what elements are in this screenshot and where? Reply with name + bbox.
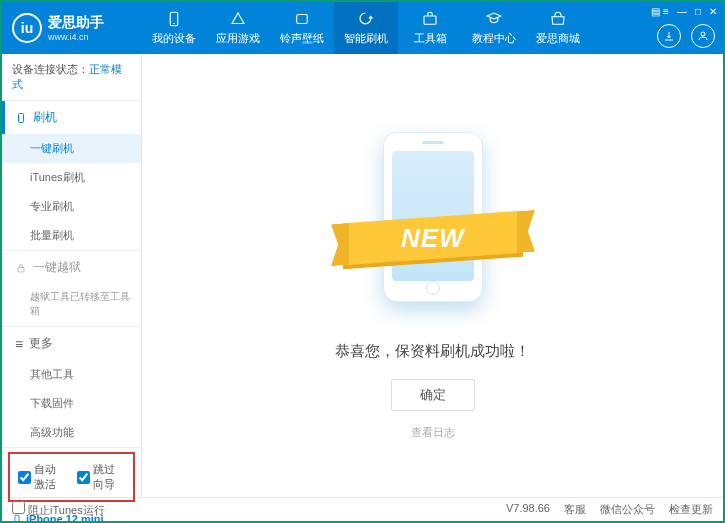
nav-tabs: 我的设备 应用游戏 铃声壁纸 智能刷机 工具箱 教程中心 爱思商城 — [142, 2, 723, 54]
sidebar: 设备连接状态：正常模式 刷机 一键刷机 iTunes刷机 专业刷机 批量刷机 一… — [2, 54, 142, 497]
checkbox-block-itunes[interactable]: 阻止iTunes运行 — [12, 501, 105, 518]
phone-icon — [15, 112, 27, 124]
success-message: 恭喜您，保资料刷机成功啦！ — [335, 342, 530, 361]
sidebar-item-itunes[interactable]: iTunes刷机 — [2, 163, 141, 192]
minimize-icon[interactable]: — — [677, 6, 687, 17]
jailbreak-note: 越狱工具已转移至工具箱 — [2, 284, 141, 326]
nav-my-device[interactable]: 我的设备 — [142, 2, 206, 54]
user-icon[interactable] — [691, 24, 715, 48]
logo-area: iu 爱思助手 www.i4.cn — [2, 13, 142, 43]
sidebar-item-advanced[interactable]: 高级功能 — [2, 418, 141, 447]
maximize-icon[interactable]: □ — [695, 6, 701, 17]
version-label: V7.98.66 — [506, 502, 550, 517]
confirm-button[interactable]: 确定 — [391, 379, 475, 411]
svg-point-4 — [701, 32, 705, 36]
nav-toolbox[interactable]: 工具箱 — [398, 2, 462, 54]
nav-ringtones[interactable]: 铃声壁纸 — [270, 2, 334, 54]
lock-icon — [15, 262, 27, 274]
sidebar-item-pro[interactable]: 专业刷机 — [2, 192, 141, 221]
success-illustration: NEW — [333, 132, 533, 312]
options-highlight-box: 自动激活 跳过向导 — [8, 452, 135, 502]
view-log-link[interactable]: 查看日志 — [411, 425, 455, 440]
customer-service-link[interactable]: 客服 — [564, 502, 586, 517]
sidebar-item-batch[interactable]: 批量刷机 — [2, 221, 141, 250]
sidebar-item-oneclick[interactable]: 一键刷机 — [2, 134, 141, 163]
close-icon[interactable]: ✕ — [709, 6, 717, 17]
main-content: NEW 恭喜您，保资料刷机成功啦！ 确定 查看日志 — [142, 54, 723, 497]
app-url: www.i4.cn — [48, 32, 104, 42]
logo-icon: iu — [12, 13, 42, 43]
sidebar-item-download[interactable]: 下载固件 — [2, 389, 141, 418]
menu-icon[interactable]: ▤ ≡ — [651, 6, 669, 17]
nav-apps[interactable]: 应用游戏 — [206, 2, 270, 54]
download-icon[interactable] — [657, 24, 681, 48]
svg-rect-6 — [18, 267, 24, 272]
svg-rect-2 — [297, 15, 308, 24]
checkbox-skip-guide[interactable]: 跳过向导 — [77, 462, 126, 492]
sidebar-header-more[interactable]: ≡ 更多 — [2, 327, 141, 360]
svg-rect-3 — [424, 16, 436, 24]
nav-store[interactable]: 爱思商城 — [526, 2, 590, 54]
app-title: 爱思助手 — [48, 14, 104, 32]
nav-flash[interactable]: 智能刷机 — [334, 2, 398, 54]
wechat-link[interactable]: 微信公众号 — [600, 502, 655, 517]
titlebar: iu 爱思助手 www.i4.cn 我的设备 应用游戏 铃声壁纸 智能刷机 工具… — [2, 2, 723, 54]
connection-status: 设备连接状态：正常模式 — [2, 54, 141, 101]
sidebar-header-jailbreak[interactable]: 一键越狱 — [2, 251, 141, 284]
check-update-link[interactable]: 检查更新 — [669, 502, 713, 517]
sidebar-header-flash[interactable]: 刷机 — [2, 101, 141, 134]
window-controls: ▤ ≡ — □ ✕ — [651, 6, 717, 17]
nav-tutorials[interactable]: 教程中心 — [462, 2, 526, 54]
svg-rect-5 — [19, 113, 24, 122]
sidebar-item-other[interactable]: 其他工具 — [2, 360, 141, 389]
checkbox-auto-activate[interactable]: 自动激活 — [18, 462, 67, 492]
menu-lines-icon: ≡ — [15, 336, 23, 352]
